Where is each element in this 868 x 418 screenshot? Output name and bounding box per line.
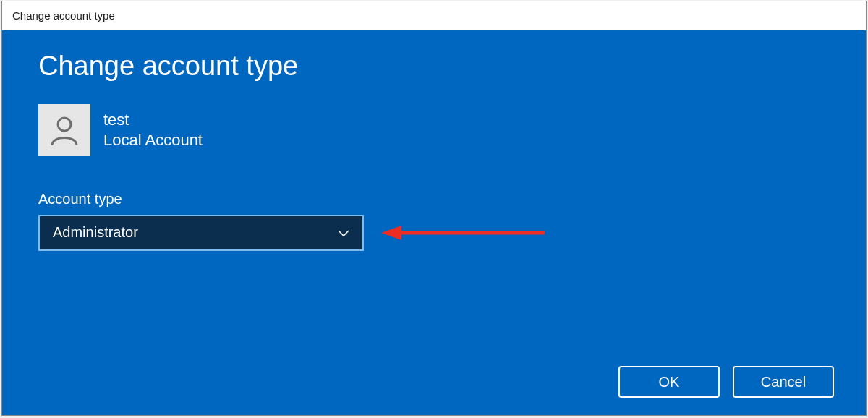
dialog-footer: OK Cancel bbox=[618, 366, 834, 398]
account-type-value: Administrator bbox=[53, 224, 138, 241]
cancel-button[interactable]: Cancel bbox=[733, 366, 834, 398]
svg-marker-2 bbox=[381, 226, 401, 240]
user-name: test bbox=[103, 110, 203, 130]
user-text: test Local Account bbox=[103, 110, 203, 150]
window-title: Change account type bbox=[12, 9, 115, 22]
account-type-select[interactable]: Administrator bbox=[38, 215, 364, 251]
select-row: Administrator bbox=[38, 215, 830, 251]
user-block: test Local Account bbox=[38, 104, 830, 156]
dialog-window: Change account type Change account type … bbox=[1, 1, 867, 416]
dialog-body: Change account type test Local Account A… bbox=[2, 30, 866, 415]
svg-point-0 bbox=[58, 118, 71, 131]
window-titlebar[interactable]: Change account type bbox=[2, 1, 866, 30]
chevron-down-icon bbox=[338, 224, 349, 241]
account-type-label: Account type bbox=[38, 191, 830, 208]
person-icon bbox=[48, 114, 81, 147]
annotation-arrow bbox=[381, 223, 548, 243]
page-title: Change account type bbox=[38, 51, 830, 82]
user-avatar bbox=[38, 104, 90, 156]
ok-button[interactable]: OK bbox=[618, 366, 720, 398]
user-subtitle: Local Account bbox=[103, 130, 203, 150]
